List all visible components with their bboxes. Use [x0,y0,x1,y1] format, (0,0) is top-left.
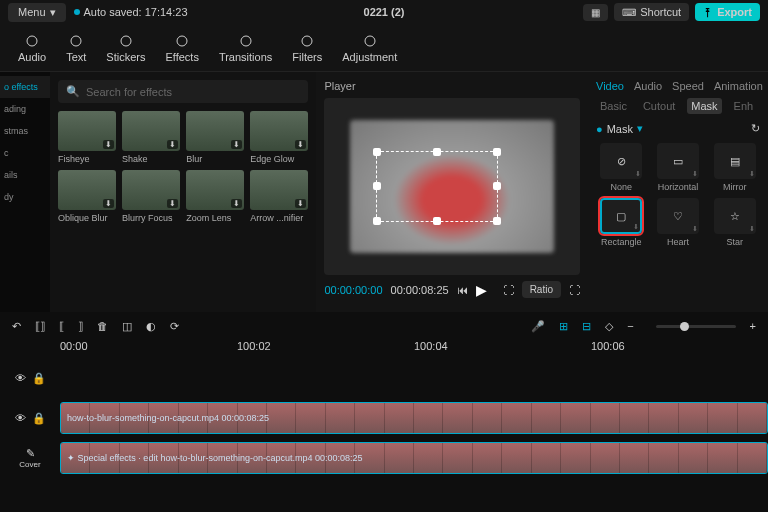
category-item[interactable]: dy [0,186,50,208]
category-item[interactable]: ading [0,98,50,120]
timeline-clip[interactable]: ✦ Special effects · edit how-to-blur-som… [60,442,768,474]
effect-thumb[interactable]: Oblique Blur [58,170,116,223]
project-title: 0221 (2) [364,6,405,18]
play-button[interactable]: ▶ [476,282,487,298]
tool-audio[interactable]: Audio [8,29,56,67]
subtab-mask[interactable]: Mask [687,98,721,114]
ruler-tick: 100:06 [591,340,625,352]
svg-point-2 [121,36,131,46]
mask-section-header: ● Mask ▾↻ [596,122,760,135]
undo-icon[interactable]: ↶ [12,320,21,333]
tool-adjustment[interactable]: Adjustment [332,29,407,67]
ratio-button[interactable]: Ratio [522,281,561,298]
lock-icon[interactable]: 🔒 [32,372,46,385]
rotate-icon[interactable]: ⟳ [170,320,179,333]
reset-icon[interactable]: ↻ [751,122,760,135]
category-item[interactable]: o effects [0,76,50,98]
trim-left-icon[interactable]: ⟦ [59,320,64,333]
svg-point-3 [177,36,187,46]
split-icon[interactable]: ⟦⟧ [35,320,45,333]
eye-icon[interactable]: 👁 [15,372,26,384]
zoom-in-icon[interactable]: + [750,320,756,332]
mask-mirror[interactable]: ▤Mirror [709,143,760,192]
crop-icon[interactable]: ◫ [122,320,132,333]
preview-canvas[interactable] [324,98,580,275]
effect-thumb[interactable]: Fisheye [58,111,116,164]
tab-speed[interactable]: Speed [672,80,704,92]
marker-icon[interactable]: ◇ [605,320,613,333]
mask-rectangle[interactable]: ▢Rectangle [596,198,647,247]
tool-filters[interactable]: Filters [282,29,332,67]
search-input[interactable]: 🔍 Search for effects [58,80,308,103]
category-item[interactable]: c [0,142,50,164]
fullscreen-icon[interactable]: ⛶ [569,284,580,296]
ruler-tick: 00:00 [60,340,88,352]
timeline-clip[interactable]: how-to-blur-something-on-capcut.mp4 00:0… [60,402,768,434]
ruler-tick: 100:04 [414,340,448,352]
layout-icon[interactable]: ▦ [583,4,608,21]
mirror-icon[interactable]: ◐ [146,320,156,333]
duration: 00:00:08:25 [391,284,449,296]
effect-thumb[interactable]: Shake [122,111,180,164]
shortcut-button[interactable]: ⌨ Shortcut [614,3,689,21]
delete-icon[interactable]: 🗑 [97,320,108,332]
tab-video[interactable]: Video [596,80,624,92]
autosave-status: Auto saved: 17:14:23 [74,6,188,18]
tab-animation[interactable]: Animation [714,80,763,92]
effect-thumb[interactable]: Edge Glow [250,111,308,164]
scale-icon[interactable]: ⛶ [503,284,514,296]
menu-button[interactable]: Menu ▾ [8,3,66,22]
subtab-enh[interactable]: Enh [730,98,758,114]
eye-icon[interactable]: 👁 [15,412,26,424]
zoom-slider[interactable] [656,325,736,328]
mask-none[interactable]: ⊘None [596,143,647,192]
svg-point-1 [71,36,81,46]
mask-horizontal[interactable]: ▭Horizontal [653,143,704,192]
player-label: Player [324,80,580,92]
effect-thumb[interactable]: Blur [186,111,244,164]
category-item[interactable]: stmas [0,120,50,142]
export-button[interactable]: ⭱ Export [695,3,760,21]
mask-rect-overlay[interactable] [376,151,499,222]
trim-right-icon[interactable]: ⟧ [78,320,83,333]
tool-effects[interactable]: Effects [155,29,208,67]
subtab-cutout[interactable]: Cutout [639,98,679,114]
zoom-out-icon[interactable]: − [627,320,633,332]
tool-stickers[interactable]: Stickers [96,29,155,67]
current-time: 00:00:00:00 [324,284,382,296]
cover-button[interactable]: ✎Cover [0,447,60,469]
ruler-tick: 100:02 [237,340,271,352]
prev-icon[interactable]: ⏮ [457,284,468,296]
tool-text[interactable]: Text [56,29,96,67]
effect-thumb[interactable]: Blurry Focus [122,170,180,223]
effect-thumb[interactable]: Zoom Lens [186,170,244,223]
mask-star[interactable]: ☆Star [709,198,760,247]
svg-point-4 [241,36,251,46]
effect-thumb[interactable]: Arrow ...nifier [250,170,308,223]
tab-audio[interactable]: Audio [634,80,662,92]
svg-point-6 [365,36,375,46]
link-icon[interactable]: ⊟ [582,320,591,333]
tool-transitions[interactable]: Transitions [209,29,282,67]
mask-heart[interactable]: ♡Heart [653,198,704,247]
category-item[interactable]: ails [0,164,50,186]
subtab-basic[interactable]: Basic [596,98,631,114]
svg-point-5 [302,36,312,46]
lock-icon[interactable]: 🔒 [32,412,46,425]
mic-icon[interactable]: 🎤 [531,320,545,333]
snap-icon[interactable]: ⊞ [559,320,568,333]
svg-point-0 [27,36,37,46]
